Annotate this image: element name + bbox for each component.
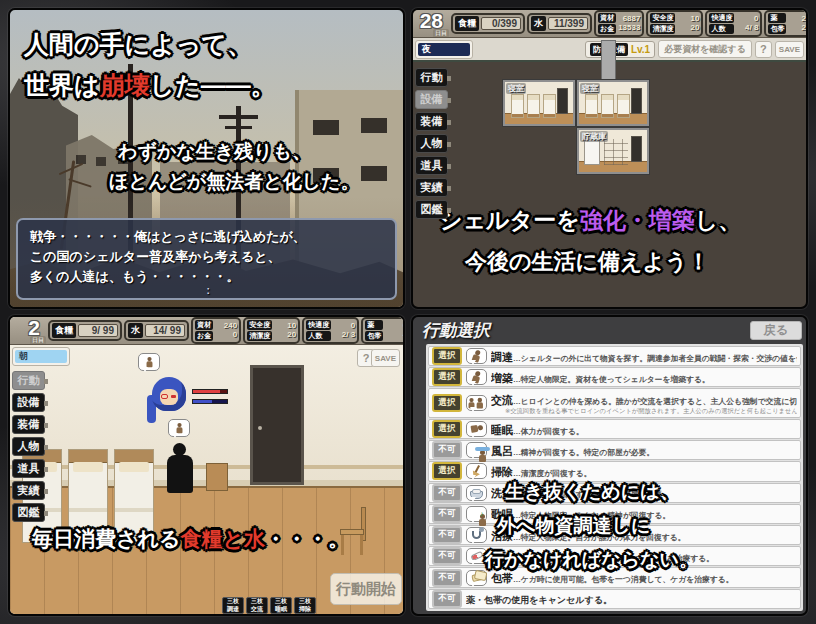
silhouette-character-sprite[interactable]	[165, 443, 195, 493]
treatment-icon	[466, 527, 487, 543]
nightstand	[206, 463, 228, 491]
builder-icon	[466, 369, 487, 385]
intro-sub-line-2: ほとんどが無法者と化した。	[109, 171, 360, 193]
room-door	[250, 365, 304, 485]
sidebar-item-items[interactable]: 道具	[415, 156, 448, 175]
action-row-bath[interactable]: 不可 風呂…精神が回復する。特定の部屋が必要。	[428, 440, 801, 460]
room-door	[557, 88, 568, 114]
unavailable-badge: 不可	[432, 590, 462, 608]
bandage-icon	[466, 570, 487, 586]
bed	[585, 94, 598, 118]
caption-text: 毎日消費される食糧と水・・・。	[32, 527, 349, 551]
action-icon	[144, 356, 153, 367]
promo-text-line-2: 今後の生活に備えよう！	[465, 249, 710, 274]
mind-bar	[192, 399, 228, 404]
defense-level-label: 防衛設備 Lv.1	[585, 41, 655, 58]
water-stat: 水 14/ 99	[124, 320, 189, 341]
elevator-shaft	[601, 40, 616, 82]
save-button[interactable]: SAVE	[775, 41, 804, 58]
toolbar-cluster: 防衛設備 Lv.1 必要資材を確認する ? SAVE	[585, 40, 804, 58]
sidebar-item-achievements[interactable]: 実績	[415, 178, 448, 197]
help-button[interactable]: ?	[755, 41, 772, 58]
action-row-sleep[interactable]: 選択 睡眠…体力が回復する。	[428, 419, 801, 439]
sidebar-item-encyclopedia[interactable]: 図鑑	[12, 503, 45, 522]
text-advance-indicator: :	[207, 283, 210, 299]
sidebar-item-characters[interactable]: 人物	[415, 134, 448, 153]
sidebar-item-equipment[interactable]: 装備	[415, 112, 448, 131]
safety-clean-stat: 安全度清潔度 1020	[243, 317, 300, 344]
runner-icon	[466, 348, 487, 364]
select-badge: 選択	[432, 347, 462, 365]
time-of-day-box: 夜	[415, 40, 473, 59]
food-stat: 食糧 9/ 99	[48, 320, 122, 341]
material-money-stat: 資材お金 688713533	[594, 10, 644, 37]
sidebar-menu: 行動 設備 装備 人物 道具 実績 図鑑	[12, 371, 45, 522]
promo-collage: 人間の手によって、 世界は崩壊した――。 わずかな生き残りも、 ほとんどが無法者…	[0, 0, 816, 624]
sidebar-menu: 行動 設備 装備 人物 道具 実績 図鑑	[415, 68, 448, 219]
water-stat: 水 11/399	[527, 13, 592, 34]
check-materials-button[interactable]: 必要資材を確認する	[658, 40, 752, 58]
speech-bubble	[138, 353, 160, 371]
bedroom-room-1[interactable]: 寝室	[503, 80, 575, 126]
unavailable-badge: 不可	[432, 505, 462, 523]
bed	[617, 94, 630, 118]
sidebar-item-facilities[interactable]: 設備	[415, 90, 448, 109]
unavailable-badge: 不可	[432, 441, 462, 459]
time-badge-night: 夜	[418, 43, 470, 56]
action-row-expand[interactable]: 選択 増築…特定人物限定。資材を使ってシェルターを増築する。	[428, 367, 801, 387]
room-door	[631, 136, 642, 162]
action-icon	[174, 422, 183, 433]
select-badge: 選択	[432, 394, 462, 412]
medicine-bandage-stat: 薬包帯 2027	[764, 10, 806, 37]
save-button[interactable]: SAVE	[371, 349, 400, 367]
action-row-clean[interactable]: 選択 掃除…清潔度が回復する。	[428, 461, 801, 481]
room-door	[631, 88, 642, 114]
sidebar-item-characters[interactable]: 人物	[12, 437, 45, 456]
action-row-socialize[interactable]: 選択 交流…ヒロインとの仲を深める。誰かが交流を選択すると、主人公も強制で交流に…	[428, 388, 801, 417]
sidebar-item-encyclopedia[interactable]: 図鑑	[415, 200, 448, 219]
bedroom-room-2[interactable]: 寝室	[577, 80, 649, 126]
start-action-button[interactable]: 行動開始	[330, 573, 402, 605]
dialogue-box[interactable]: 戦争・・・・・・俺はとっさに逃げ込めたが、 この国のシェルター普及率から考えると…	[16, 218, 397, 300]
status-bar: 28 日目 食糧 0/399 水 11/399 資材お金 688713533 安…	[413, 10, 806, 38]
red-glasses	[161, 394, 168, 399]
dialogue-text-line: 戦争・・・・・・俺はとっさに逃げ込めたが、	[30, 227, 383, 247]
status-bar: 2 日目 食糧 9/ 99 水 14/ 99 資材お金 2400 安全度清潔度 …	[10, 317, 403, 345]
intro-scene: 人間の手によって、 世界は崩壊した――。 わずかな生き残りも、 ほとんどが無法者…	[8, 8, 405, 309]
back-button[interactable]: 戻る	[750, 321, 802, 340]
select-badge: 選択	[432, 420, 462, 438]
room-scene: 毎日消費される食糧と水・・・。 三枝調達 三枝交流 三枝睡眠 三枝掃除 行動開始…	[8, 315, 405, 616]
action-select-scene: 行動選択 戻る 選択 調達…シェルターの外に出て物資を探す。調達参加者全員の戦闘…	[411, 315, 808, 616]
overlay-text-line-3: 行かなければならない。	[485, 549, 698, 571]
bed	[511, 94, 524, 118]
broom-icon	[466, 463, 487, 479]
intro-title-line-1: 人間の手によって、	[24, 30, 252, 59]
comfort-people-stat: 快適度人数 02/ 3	[302, 317, 359, 344]
sidebar-item-facilities[interactable]: 設備	[12, 393, 45, 412]
sidebar-item-items[interactable]: 道具	[12, 459, 45, 478]
sidebar-item-action[interactable]: 行動	[415, 68, 448, 87]
cabinet	[584, 139, 600, 165]
bed	[543, 94, 556, 118]
sidebar-item-action[interactable]: 行動	[12, 371, 45, 390]
time-of-day-box: 朝	[12, 347, 70, 366]
unavailable-badge: 不可	[432, 526, 462, 544]
bath-icon	[466, 442, 487, 458]
assigned-action-tag: 三枝交流	[246, 597, 268, 614]
unavailable-badge: 不可	[432, 569, 462, 587]
song-icon	[466, 506, 487, 522]
storage-room[interactable]: 貯蔵庫	[577, 128, 649, 174]
action-list: 選択 調達…シェルターの外に出て物資を探す。調達参加者全員の戦闘・探索・交渉の値…	[426, 344, 803, 611]
dialogue-text-line: この国のシェルター普及率から考えると、	[30, 247, 383, 267]
day-counter: 2 日目	[12, 317, 46, 345]
intro-title-line-2: 世界は崩壊した――。	[24, 71, 276, 100]
day-counter: 28 日目	[415, 10, 449, 38]
couple-icon	[466, 395, 487, 411]
accent-word-collapse: 崩壊	[100, 71, 150, 99]
sidebar-item-achievements[interactable]: 実績	[12, 481, 45, 500]
action-row-procure[interactable]: 選択 調達…シェルターの外に出て物資を探す。調達参加者全員の戦闘・探索・交渉の値…	[428, 346, 801, 366]
action-row-cancel[interactable]: 不可 薬・包帯の使用をキャンセルする。	[428, 589, 801, 609]
sidebar-item-equipment[interactable]: 装備	[12, 415, 45, 434]
shelf-rack	[604, 139, 628, 165]
bed	[601, 94, 614, 118]
